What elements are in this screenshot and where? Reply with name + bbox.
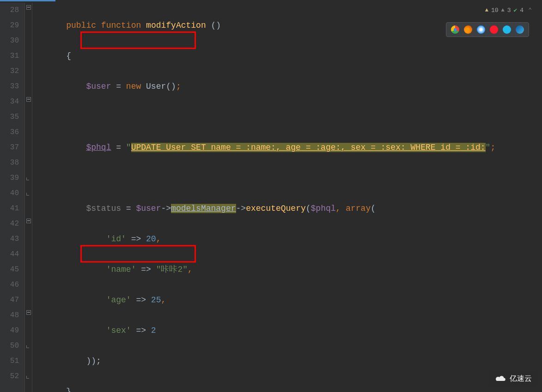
string: "咔咔2" bbox=[156, 265, 188, 274]
line-number: 29 bbox=[0, 18, 24, 33]
line-number: 28 bbox=[0, 3, 24, 18]
ie-icon[interactable] bbox=[503, 25, 511, 34]
watermark-text: 亿速云 bbox=[510, 374, 532, 384]
watermark: 亿速云 bbox=[489, 371, 537, 386]
function-name: modifyAction bbox=[146, 21, 206, 30]
warning-icon[interactable]: ▲ bbox=[501, 7, 505, 13]
number: 20 bbox=[146, 234, 156, 244]
semicolon: ; bbox=[490, 143, 495, 152]
line-number: 42 bbox=[0, 216, 24, 232]
paren: () bbox=[211, 21, 221, 30]
arrow: => bbox=[131, 295, 151, 305]
op: = bbox=[111, 82, 126, 91]
op: = bbox=[121, 204, 136, 213]
line-number: 47 bbox=[0, 293, 24, 308]
line-number: 41 bbox=[0, 201, 24, 216]
arrow: => bbox=[131, 326, 151, 335]
line-number: 31 bbox=[0, 49, 24, 64]
variable: $phql bbox=[86, 143, 111, 152]
fold-end bbox=[26, 193, 29, 196]
keyword: array bbox=[346, 204, 371, 213]
line-number: 52 bbox=[0, 369, 24, 384]
op: = bbox=[111, 143, 126, 152]
fold-end bbox=[26, 178, 29, 180]
keyword: new bbox=[126, 82, 141, 91]
class-name: User bbox=[146, 82, 166, 91]
fold-marker[interactable] bbox=[26, 5, 31, 10]
fold-end bbox=[26, 376, 29, 379]
line-number: 34 bbox=[0, 94, 24, 110]
fold-column bbox=[25, 3, 32, 392]
cloud-icon bbox=[495, 374, 507, 384]
arrow: => bbox=[126, 234, 146, 244]
comma: , bbox=[188, 265, 193, 274]
comma: , bbox=[161, 295, 166, 305]
space bbox=[341, 204, 346, 213]
arrow: -> bbox=[161, 204, 171, 213]
paren: ( bbox=[306, 204, 311, 213]
line-number: 49 bbox=[0, 323, 24, 338]
line-number: 44 bbox=[0, 247, 24, 262]
line-number: 48 bbox=[0, 308, 24, 323]
sql-string: UPDATE User SET name = :name:, age = :ag… bbox=[131, 143, 486, 152]
chrome-icon[interactable] bbox=[451, 25, 459, 34]
expand-icon[interactable]: ⌃ bbox=[528, 6, 532, 14]
brace: } bbox=[66, 387, 71, 392]
editor-area: 2829303132333435363738394041424344454647… bbox=[0, 3, 542, 392]
method-call: executeQuery bbox=[246, 204, 306, 213]
code-content[interactable]: public function modifyAction () { $user … bbox=[32, 3, 542, 392]
line-number: 46 bbox=[0, 277, 24, 293]
line-number: 30 bbox=[0, 33, 24, 49]
line-number-gutter: 2829303132333435363738394041424344454647… bbox=[0, 3, 25, 392]
fold-end bbox=[26, 345, 29, 348]
line-number: 39 bbox=[0, 171, 24, 186]
warning-count-2: 3 bbox=[507, 7, 511, 14]
line-number: 33 bbox=[0, 79, 24, 94]
edge-icon[interactable] bbox=[516, 25, 524, 34]
variable: $user bbox=[86, 82, 111, 91]
semicolon: ; bbox=[176, 82, 181, 91]
line-number: 35 bbox=[0, 110, 24, 125]
opera-icon[interactable] bbox=[490, 25, 498, 34]
number: 25 bbox=[151, 295, 161, 305]
number: 2 bbox=[151, 326, 156, 335]
firefox-icon[interactable] bbox=[464, 25, 472, 34]
line-number: 51 bbox=[0, 354, 24, 369]
browser-toolbar bbox=[446, 22, 529, 37]
variable: $user bbox=[136, 204, 161, 213]
line-number: 40 bbox=[0, 186, 24, 201]
inspection-status: ▲10 ▲3 ✔4 ⌃ bbox=[485, 6, 532, 14]
quote: " bbox=[486, 143, 491, 152]
array-key: 'age' bbox=[106, 295, 131, 305]
line-number: 50 bbox=[0, 338, 24, 354]
highlight-box-1 bbox=[80, 31, 196, 49]
property: modelsManager bbox=[171, 204, 236, 213]
highlight-box-2 bbox=[80, 245, 196, 263]
comma: , bbox=[156, 234, 161, 244]
arrow: -> bbox=[236, 204, 246, 213]
check-icon[interactable]: ✔ bbox=[514, 6, 518, 14]
paren: () bbox=[166, 82, 176, 91]
variable: $phql bbox=[311, 204, 336, 213]
quote: " bbox=[126, 143, 131, 152]
line-number: 43 bbox=[0, 232, 24, 247]
array-key: 'id' bbox=[106, 234, 126, 244]
line-number: 38 bbox=[0, 155, 24, 171]
check-count: 4 bbox=[520, 7, 524, 14]
warning-icon[interactable]: ▲ bbox=[485, 7, 488, 13]
variable-dim: $status bbox=[86, 204, 121, 213]
warning-count-1: 10 bbox=[491, 7, 499, 14]
line-number: 37 bbox=[0, 140, 24, 155]
line-number: 45 bbox=[0, 262, 24, 277]
fold-marker[interactable] bbox=[26, 97, 31, 102]
keyword: function bbox=[101, 21, 141, 30]
array-key: 'name' bbox=[106, 265, 136, 274]
brace: { bbox=[66, 51, 71, 61]
line-number: 32 bbox=[0, 64, 24, 79]
comma: , bbox=[336, 204, 341, 213]
fold-marker[interactable] bbox=[26, 310, 31, 315]
keyword: public bbox=[66, 21, 96, 30]
line-number: 36 bbox=[0, 125, 24, 140]
fold-marker[interactable] bbox=[26, 219, 31, 223]
safari-icon[interactable] bbox=[477, 25, 485, 34]
